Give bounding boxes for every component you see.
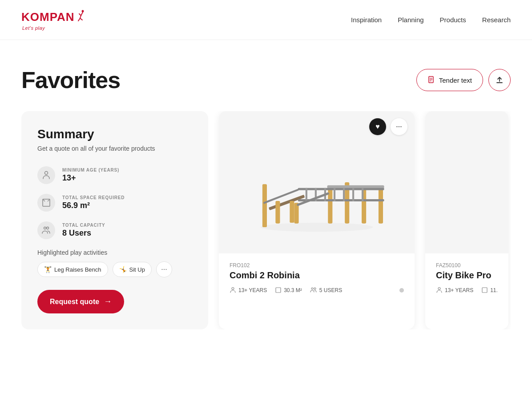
favorites-header: Favorites Tender text xyxy=(21,67,511,93)
age-spec-icon-1 xyxy=(230,287,236,293)
svg-rect-42 xyxy=(276,288,281,293)
stat-capacity-content: TOTAL CAPACITY 8 Users xyxy=(62,223,105,238)
main-nav: Inspiration Planning Products Research xyxy=(351,16,511,24)
space-value-2: 11. xyxy=(490,287,498,293)
svg-rect-26 xyxy=(379,188,383,224)
leg-raises-label: Leg Raises Bench xyxy=(54,266,101,273)
spec-age-2: 13+ YEARS xyxy=(436,287,473,293)
spec-space-1: 30.3 M² xyxy=(275,287,302,293)
export-icon xyxy=(496,76,504,84)
header-actions: Tender text xyxy=(416,69,511,91)
stat-space-label: TOTAL SPACE REQUIRED xyxy=(62,195,125,200)
users-spec-icon-1 xyxy=(310,287,317,293)
cards-row: Summary Get a quote on all of your favor… xyxy=(21,111,511,329)
header: KOMPAN Let's play Inspiration Planning P… xyxy=(0,0,532,40)
ellipsis-icon-1: ··· xyxy=(396,123,402,131)
product-specs-2: 13+ YEARS 11. xyxy=(436,287,498,293)
product-code-1: FRO102 xyxy=(230,262,404,269)
nav-item-products[interactable]: Products xyxy=(440,16,466,24)
logo[interactable]: KOMPAN Let's play xyxy=(21,9,86,31)
product-image-2 xyxy=(425,111,508,253)
more-dots: ··· xyxy=(161,265,167,273)
svg-point-43 xyxy=(311,288,313,289)
page-title: Favorites xyxy=(21,67,120,93)
dot-indicator-1 xyxy=(399,288,404,293)
svg-rect-33 xyxy=(334,188,335,201)
sit-up-label: Sit Up xyxy=(129,266,145,273)
logo-tagline: Let's play xyxy=(22,25,45,31)
tender-text-label: Tender text xyxy=(439,76,472,84)
svg-line-4 xyxy=(78,18,80,21)
users-value-1: 5 USERS xyxy=(319,287,342,293)
nav-item-research[interactable]: Research xyxy=(482,16,511,24)
svg-rect-35 xyxy=(352,188,354,201)
stat-age-content: MINIMUM AGE (YEARS) 13+ xyxy=(62,168,119,183)
spec-users-1: 5 USERS xyxy=(310,287,342,293)
spec-age-1: 13+ YEARS xyxy=(230,287,267,293)
svg-rect-40 xyxy=(290,201,294,223)
activities-more-button[interactable]: ··· xyxy=(156,261,172,277)
stat-age-value: 13+ xyxy=(62,173,119,183)
tender-text-button[interactable]: Tender text xyxy=(416,69,483,91)
svg-rect-34 xyxy=(343,188,345,201)
capacity-icon xyxy=(37,221,55,239)
document-icon xyxy=(427,76,435,84)
age-spec-icon-2 xyxy=(436,287,443,293)
product-specs-1: 13+ YEARS 30.3 M² xyxy=(230,287,404,293)
svg-rect-39 xyxy=(275,201,280,224)
stat-space-content: TOTAL SPACE REQUIRED 56.9 m² xyxy=(62,195,125,210)
svg-rect-30 xyxy=(306,188,307,201)
summary-title: Summary xyxy=(37,127,192,141)
svg-line-5 xyxy=(80,18,82,20)
product-card-2[interactable]: FAZ50100 City Bike Pro 13+ YEARS xyxy=(425,111,508,329)
space-spec-icon-1 xyxy=(275,287,282,293)
stat-capacity-value: 8 Users xyxy=(62,229,105,238)
svg-rect-28 xyxy=(298,188,384,190)
activity-tag-leg-raises[interactable]: 🏋 Leg Raises Bench xyxy=(37,262,108,277)
stat-space-value: 56.9 m² xyxy=(62,201,125,210)
space-value-1: 30.3 M² xyxy=(284,287,302,293)
product-code-2: FAZ50100 xyxy=(436,262,498,269)
spec-space-2: 11. xyxy=(481,287,498,293)
stat-capacity-label: TOTAL CAPACITY xyxy=(62,223,105,228)
age-value-2: 13+ YEARS xyxy=(445,287,473,293)
summary-subtitle: Get a quote on all of your favorite prod… xyxy=(37,145,192,152)
stat-space: TOTAL SPACE REQUIRED 56.9 m² xyxy=(37,194,192,212)
stat-age-label: MINIMUM AGE (YEARS) xyxy=(62,168,119,172)
stat-capacity: TOTAL CAPACITY 8 Users xyxy=(37,221,192,239)
svg-line-1 xyxy=(81,12,83,16)
sit-up-icon: 🤸 xyxy=(119,266,127,273)
space-spec-icon-2 xyxy=(481,287,488,293)
svg-rect-23 xyxy=(328,186,332,223)
request-quote-button[interactable]: Request quote → xyxy=(37,290,124,313)
age-icon xyxy=(37,166,55,184)
svg-rect-27 xyxy=(327,185,384,188)
favorite-button-1[interactable]: ♥ xyxy=(369,118,386,135)
export-button[interactable] xyxy=(488,69,511,91)
svg-point-18 xyxy=(261,223,373,232)
activities-section: Highlighted play activities 🏋 Leg Raises… xyxy=(37,249,192,277)
svg-rect-22 xyxy=(262,184,267,214)
arrow-icon: → xyxy=(104,297,112,306)
svg-point-12 xyxy=(45,172,48,175)
svg-rect-46 xyxy=(482,288,487,293)
activity-tags: 🏋 Leg Raises Bench 🤸 Sit Up ··· xyxy=(37,261,192,277)
age-value-1: 13+ YEARS xyxy=(238,287,267,293)
request-quote-label: Request quote xyxy=(50,298,99,306)
logo-icon xyxy=(77,9,86,22)
product-name-2: City Bike Pro xyxy=(436,270,498,281)
page-content: Favorites Tender text xyxy=(0,40,532,347)
logo-text: KOMPAN xyxy=(21,10,75,24)
summary-card: Summary Get a quote on all of your favor… xyxy=(21,111,208,329)
product-card-1[interactable]: ♥ ··· xyxy=(219,111,415,329)
nav-item-inspiration[interactable]: Inspiration xyxy=(351,16,382,24)
more-options-button-1[interactable]: ··· xyxy=(391,118,407,135)
svg-point-17 xyxy=(47,227,49,229)
svg-point-41 xyxy=(232,288,234,290)
nav-item-planning[interactable]: Planning xyxy=(398,16,423,24)
activities-label: Highlighted play activities xyxy=(37,249,192,256)
product-name-1: Combi 2 Robinia xyxy=(230,270,404,281)
leg-raises-icon: 🏋 xyxy=(44,266,52,273)
product-info-2: FAZ50100 City Bike Pro 13+ YEARS xyxy=(425,253,508,302)
activity-tag-sit-up[interactable]: 🤸 Sit Up xyxy=(113,262,152,277)
